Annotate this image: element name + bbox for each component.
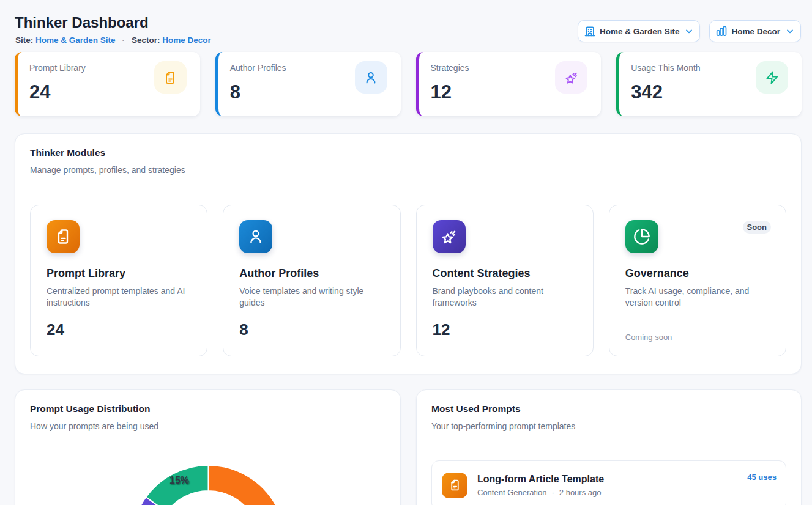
svg-text:15%: 15% — [169, 475, 189, 485]
